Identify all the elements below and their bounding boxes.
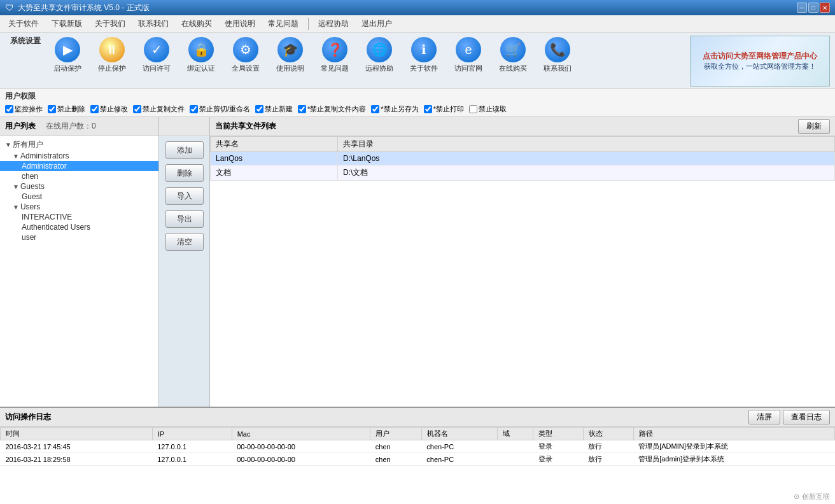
tree-label-administrator: Administrator xyxy=(22,162,67,171)
tree-item-guests[interactable]: ▼ Guests xyxy=(0,181,158,192)
tree-item-chen[interactable]: chen xyxy=(0,171,158,181)
perm-label-forbid-read: 禁止读取 xyxy=(479,104,507,114)
toolbar-btn-start-protection[interactable]: ▶ 启动保护 xyxy=(46,36,89,74)
toolbar-btn-bind-auth[interactable]: 🔒 绑定认证 xyxy=(179,36,223,74)
refresh-button[interactable]: 刷新 xyxy=(798,119,830,134)
perm-checkbox-monitor-ops[interactable] xyxy=(5,105,13,113)
toolbar-btn-remote-help[interactable]: 🌐 远程协助 xyxy=(358,36,401,74)
perm-checkbox-forbid-save-as[interactable] xyxy=(371,105,379,113)
log-col-3: 用户 xyxy=(370,428,422,440)
view-log-button[interactable]: 查看日志 xyxy=(783,410,830,424)
clear-log-button[interactable]: 清屏 xyxy=(748,410,780,424)
toolbar-label-about-software: 关于软件 xyxy=(410,64,438,73)
menu-item-3[interactable]: 联系我们 xyxy=(132,17,174,31)
permissions-bar: 用户权限 监控操作 禁止删除 禁止修改 禁止复制文件 禁止剪切/重命名 禁止新建… xyxy=(0,88,835,117)
toolbar-btn-allow-access[interactable]: ✓ 访问许可 xyxy=(135,36,178,74)
log-title: 访问操作日志 xyxy=(5,412,51,423)
tree-label-administrators: Administrators xyxy=(20,151,69,160)
toolbar-buttons: ▶ 启动保护 ⏸ 停止保护 ✓ 访问许可 🔒 绑定认证 ⚙ 全局设置 🎓 使用说… xyxy=(46,36,690,74)
perm-checkbox-forbid-modify[interactable] xyxy=(90,105,99,113)
tree-item-authenticated-users[interactable]: Authenticated Users xyxy=(0,222,158,232)
tree-item-interactive[interactable]: INTERACTIVE xyxy=(0,212,158,222)
close-button[interactable]: ✕ xyxy=(820,3,830,13)
log-cell-1-6: 登录 xyxy=(533,453,584,466)
perm-item-forbid-cut-rename: 禁止剪切/重命名 xyxy=(190,104,250,114)
perm-item-forbid-print: *禁止打印 xyxy=(424,104,464,114)
ad-banner[interactable]: 点击访问大势至网络管理产品中心 获取全方位，一站式网络管理方案！ xyxy=(690,36,830,87)
log-col-2: Mac xyxy=(232,428,370,440)
shared-cell-dir-0: D:\LanQos xyxy=(338,152,835,165)
minimize-button[interactable]: ─ xyxy=(797,3,807,13)
menu-item-1[interactable]: 下载新版 xyxy=(46,17,88,31)
menu-item-0[interactable]: 关于软件 xyxy=(3,17,45,31)
toolbar-btn-about-software[interactable]: ℹ 关于软件 xyxy=(402,36,446,74)
perm-label-forbid-copy-content: *禁止复制文件内容 xyxy=(307,104,366,114)
perm-checkbox-forbid-read[interactable] xyxy=(469,105,477,113)
toolbar-label-global-settings: 全局设置 xyxy=(232,64,260,73)
menu-item-8[interactable]: 退出用户 xyxy=(356,17,398,31)
toolbar-label: 系统设置 xyxy=(5,36,46,46)
menu-item-2[interactable]: 关于我们 xyxy=(89,17,131,31)
menu-item-4[interactable]: 在线购买 xyxy=(176,17,218,31)
menu-item-5[interactable]: 使用说明 xyxy=(219,17,261,31)
perm-label-forbid-save-as: *禁止另存为 xyxy=(381,104,418,114)
shared-files-table: 共享名共享目录 LanQos D:\LanQos 文档 D:\文档 xyxy=(210,136,835,181)
log-table-body: 2016-03-21 17:45:45127.0.0.100-00-00-00-… xyxy=(1,440,835,466)
perm-label-forbid-cut-rename: 禁止剪切/重命名 xyxy=(199,104,250,114)
action-panel: 添加删除导入导出清空 xyxy=(159,136,210,407)
user-list-title: 用户列表 xyxy=(5,121,36,132)
toolbar-label-remote-help: 远程协助 xyxy=(365,64,393,73)
log-table: 时间IPMac用户机器名域类型状态路径 2016-03-21 17:45:451… xyxy=(0,427,835,466)
action-btn-导出[interactable]: 导出 xyxy=(165,210,204,228)
tree-item-guest[interactable]: Guest xyxy=(0,192,158,202)
perm-checkbox-forbid-copy-content[interactable] xyxy=(298,105,306,113)
perm-checkbox-forbid-cut-rename[interactable] xyxy=(190,105,198,113)
tree-item-administrator[interactable]: Administrator xyxy=(0,161,158,171)
log-cell-0-3: chen xyxy=(370,440,422,453)
shared-row-0[interactable]: LanQos D:\LanQos xyxy=(211,152,835,165)
maximize-button[interactable]: □ xyxy=(808,3,818,13)
tree-item-administrators[interactable]: ▼ Administrators xyxy=(0,151,158,161)
log-cell-1-8: 管理员[admin]登录到本系统 xyxy=(633,453,834,466)
toolbar-icon-visit-website: e xyxy=(456,37,481,62)
toolbar-btn-global-settings[interactable]: ⚙ 全局设置 xyxy=(224,36,267,74)
action-btn-清空[interactable]: 清空 xyxy=(165,233,204,251)
toolbar-btn-usage-guide[interactable]: 🎓 使用说明 xyxy=(269,36,312,74)
perm-checkbox-forbid-delete[interactable] xyxy=(48,105,56,113)
tree-item-all-users[interactable]: ▼ 所有用户 xyxy=(0,139,158,151)
perm-checkbox-forbid-print[interactable] xyxy=(424,105,432,113)
menu-item-6[interactable]: 常见问题 xyxy=(262,17,304,31)
toolbar-btn-faq[interactable]: ❓ 常见问题 xyxy=(313,36,356,74)
perm-label-forbid-copy-file: 禁止复制文件 xyxy=(143,104,185,114)
toolbar-icon-start-protection: ▶ xyxy=(55,37,80,62)
log-col-0: 时间 xyxy=(1,428,153,440)
toolbar-label-stop-protection: 停止保护 xyxy=(98,64,126,73)
tree-arrow-guests: ▼ xyxy=(13,183,19,190)
toolbar-label-visit-website: 访问官网 xyxy=(454,64,482,73)
action-panel-header xyxy=(159,117,210,136)
title-bar: 🛡 大势至共享文件审计系统 V5.0 - 正式版 ─ □ ✕ xyxy=(0,0,835,15)
toolbar-icon-bind-auth: 🔒 xyxy=(188,37,214,62)
watermark-logo: ⊙ xyxy=(794,493,799,501)
user-list-header: 用户列表 在线用户数：0 xyxy=(0,117,159,136)
log-col-1: IP xyxy=(152,428,232,440)
tree-item-user[interactable]: user xyxy=(0,232,158,242)
action-btn-添加[interactable]: 添加 xyxy=(165,141,204,159)
tree-label-interactive: INTERACTIVE xyxy=(22,213,72,221)
toolbar-btn-visit-website[interactable]: e 访问官网 xyxy=(447,36,490,74)
shared-row-1[interactable]: 文档 D:\文档 xyxy=(211,165,835,181)
toolbar-btn-buy-online[interactable]: 🛒 在线购买 xyxy=(491,36,535,74)
tree-arrow-all-users: ▼ xyxy=(5,141,11,148)
panel-headers: 用户列表 在线用户数：0 当前共享文件列表 刷新 xyxy=(0,117,835,136)
action-btn-导入[interactable]: 导入 xyxy=(165,187,204,205)
toolbar-btn-contact-us[interactable]: 📞 联系我们 xyxy=(536,36,579,74)
tree-item-users[interactable]: ▼ Users xyxy=(0,202,158,212)
toolbar-btn-stop-protection[interactable]: ⏸ 停止保护 xyxy=(90,36,134,74)
perm-checkbox-forbid-copy-file[interactable] xyxy=(133,105,141,113)
perm-checkbox-forbid-create[interactable] xyxy=(255,105,263,113)
title-bar-controls: ─ □ ✕ xyxy=(797,3,830,13)
perm-item-forbid-modify: 禁止修改 xyxy=(90,104,128,114)
menu-item-7[interactable]: 远程协助 xyxy=(312,17,354,31)
log-cell-1-0: 2016-03-21 18:29:58 xyxy=(1,453,153,466)
action-btn-删除[interactable]: 删除 xyxy=(165,164,204,182)
